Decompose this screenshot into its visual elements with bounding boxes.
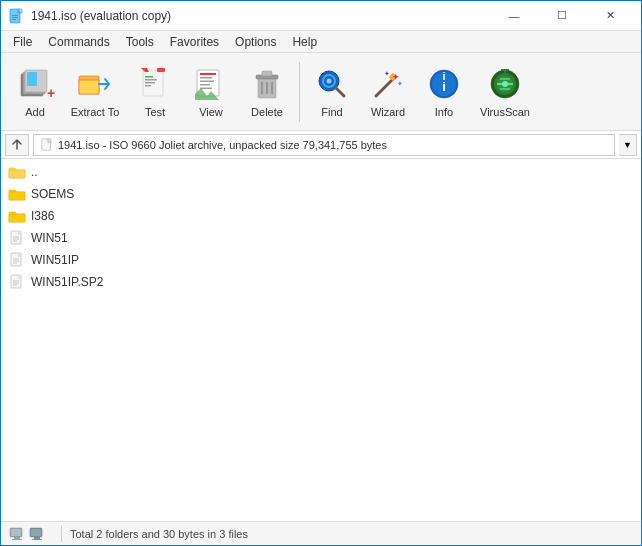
file-name: WIN51IP.SP2 [31, 275, 103, 289]
list-item[interactable]: SOEMS [1, 183, 641, 205]
nav-up-button[interactable] [5, 134, 29, 156]
svg-rect-14 [145, 79, 157, 81]
file-list: .. SOEMS I386 [1, 159, 641, 521]
minimize-button[interactable]: — [491, 1, 537, 31]
maximize-button[interactable]: ☐ [539, 1, 585, 31]
address-file-icon [40, 138, 54, 152]
svg-rect-2 [12, 15, 18, 16]
list-item[interactable]: WIN51IP.SP2 [1, 271, 641, 293]
delete-icon [249, 66, 285, 102]
menu-item-file[interactable]: File [5, 33, 40, 51]
address-field[interactable]: 1941.iso - ISO 9660 Joliet archive, unpa… [33, 134, 615, 156]
info-icon: i i [426, 66, 462, 102]
svg-rect-75 [31, 529, 41, 536]
extract-to-label: Extract To [71, 106, 120, 118]
window-title: 1941.iso (evaluation copy) [31, 9, 171, 23]
svg-text:+: + [47, 85, 55, 101]
find-label: Find [321, 106, 342, 118]
close-button[interactable]: ✕ [587, 1, 633, 31]
status-divider [61, 526, 62, 542]
virusscan-button[interactable]: VirusScan [474, 58, 536, 126]
wizard-label: Wizard [371, 106, 405, 118]
virusscan-label: VirusScan [480, 106, 530, 118]
find-button[interactable]: Find [306, 58, 358, 126]
extract-to-button[interactable]: Extract To [65, 58, 125, 126]
wizard-icon: ✦ ✦ ✦ [370, 66, 406, 102]
address-dropdown-button[interactable]: ▼ [619, 134, 637, 156]
delete-label: Delete [251, 106, 283, 118]
svg-rect-21 [200, 80, 214, 82]
svg-rect-13 [145, 76, 153, 78]
list-item[interactable]: I386 [1, 205, 641, 227]
svg-rect-23 [200, 87, 212, 89]
menu-item-options[interactable]: Options [227, 33, 284, 51]
add-icon: + [17, 66, 53, 102]
svg-point-50 [502, 81, 508, 87]
svg-line-34 [336, 88, 344, 96]
list-item[interactable]: WIN51 [1, 227, 641, 249]
status-text: Total 2 folders and 30 bytes in 3 files [70, 528, 248, 540]
document-icon [9, 274, 25, 290]
status-icons [9, 526, 45, 542]
parent-folder-icon [9, 164, 25, 180]
svg-rect-15 [145, 82, 155, 84]
svg-rect-11 [79, 80, 99, 94]
test-label: Test [145, 106, 165, 118]
svg-rect-4 [12, 19, 16, 20]
svg-rect-17 [157, 68, 165, 72]
svg-rect-26 [262, 71, 272, 76]
folder-icon [9, 208, 25, 224]
status-bar: Total 2 folders and 30 bytes in 3 files [1, 521, 641, 545]
title-bar: 1941.iso (evaluation copy) — ☐ ✕ [1, 1, 641, 31]
menu-item-tools[interactable]: Tools [118, 33, 162, 51]
svg-rect-73 [12, 539, 22, 540]
add-label: Add [25, 106, 45, 118]
svg-rect-71 [11, 529, 21, 536]
delete-button[interactable]: Delete [241, 58, 293, 126]
svg-rect-8 [27, 72, 37, 86]
app-icon [9, 8, 25, 24]
address-bar: 1941.iso - ISO 9660 Joliet archive, unpa… [1, 131, 641, 159]
svg-text:✦: ✦ [384, 70, 390, 77]
svg-rect-72 [14, 537, 20, 539]
svg-point-33 [327, 78, 332, 83]
menu-item-favorites[interactable]: Favorites [162, 33, 227, 51]
svg-rect-20 [200, 77, 212, 79]
view-button[interactable]: View [185, 58, 237, 126]
svg-rect-19 [200, 73, 216, 75]
folder-icon [9, 186, 25, 202]
toolbar: + Add Extract To [1, 53, 641, 131]
toolbar-divider-1 [299, 62, 300, 122]
file-name: WIN51 [31, 231, 68, 245]
svg-rect-76 [34, 537, 40, 539]
list-item[interactable]: .. [1, 161, 641, 183]
add-button[interactable]: + Add [9, 58, 61, 126]
menu-item-help[interactable]: Help [284, 33, 325, 51]
svg-text:i: i [442, 79, 446, 94]
network-icon [29, 526, 45, 542]
document-icon [9, 252, 25, 268]
info-button[interactable]: i i Info [418, 58, 470, 126]
list-item[interactable]: WIN51IP [1, 249, 641, 271]
view-label: View [199, 106, 223, 118]
svg-rect-55 [9, 170, 25, 178]
menu-item-commands[interactable]: Commands [40, 33, 117, 51]
title-controls: — ☐ ✕ [491, 1, 633, 31]
computer-icon [9, 526, 25, 542]
test-icon [137, 66, 173, 102]
menu-bar: FileCommandsToolsFavoritesOptionsHelp [1, 31, 641, 53]
test-button[interactable]: Test [129, 58, 181, 126]
extract-to-icon [77, 66, 113, 102]
svg-rect-16 [145, 85, 151, 87]
virusscan-icon [487, 66, 523, 102]
svg-rect-57 [9, 214, 25, 222]
file-name: WIN51IP [31, 253, 79, 267]
info-label: Info [435, 106, 453, 118]
find-icon [314, 66, 350, 102]
view-icon [193, 66, 229, 102]
wizard-button[interactable]: ✦ ✦ ✦ Wizard [362, 58, 414, 126]
svg-rect-3 [12, 17, 18, 18]
svg-rect-22 [200, 84, 210, 86]
parent-name: .. [31, 165, 38, 179]
svg-rect-56 [9, 192, 25, 200]
